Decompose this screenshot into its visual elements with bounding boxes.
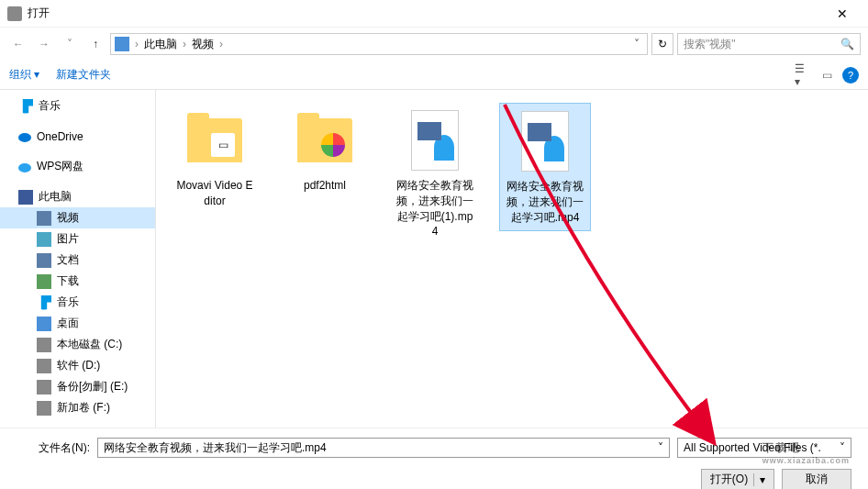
filename-label: 文件名(N): xyxy=(17,440,90,456)
drive-icon xyxy=(37,380,51,395)
breadcrumb[interactable]: › 此电脑 › 视频 › ˅ xyxy=(110,33,648,55)
close-button[interactable]: ✕ xyxy=(824,6,861,21)
refresh-button[interactable]: ↻ xyxy=(651,33,673,55)
breadcrumb-folder[interactable]: 视频 xyxy=(192,37,214,52)
chevron-down-icon: ˅ xyxy=(840,441,845,454)
tree-drive-e[interactable]: 备份[勿删] (E:) xyxy=(0,376,155,397)
nav-forward-icon: → xyxy=(33,33,55,55)
file-item[interactable]: pdf2html xyxy=(279,103,371,199)
folder-icon: ▭ xyxy=(187,118,242,162)
desktop-icon xyxy=(37,317,51,331)
organize-menu[interactable]: 组织 ▾ xyxy=(9,67,39,83)
filename-input[interactable]: 网络安全教育视频，进来我们一起学习吧.mp4˅ xyxy=(97,438,670,458)
tree-desktop[interactable]: 桌面 xyxy=(0,313,155,334)
video-icon xyxy=(37,211,51,226)
chevron-right-icon: › xyxy=(179,38,190,50)
newfolder-button[interactable]: 新建文件夹 xyxy=(56,67,111,83)
chevron-down-icon[interactable]: ˅ xyxy=(658,441,663,454)
preview-pane-icon[interactable]: ▭ xyxy=(818,67,835,83)
tree-drive-d[interactable]: 软件 (D:) xyxy=(0,355,155,376)
location-icon xyxy=(115,37,129,51)
file-label: Movavi Video Editor xyxy=(174,178,255,209)
tree-wps[interactable]: WPS网盘 xyxy=(0,156,155,177)
tree-downloads[interactable]: 下载 xyxy=(0,271,155,292)
file-label: pdf2html xyxy=(284,178,365,194)
chevron-right-icon: › xyxy=(216,38,227,50)
open-button[interactable]: 打开(O)▾ xyxy=(701,469,774,489)
app-icon xyxy=(7,6,22,21)
file-item[interactable]: ▭ Movavi Video Editor xyxy=(169,103,261,215)
tree-thispc[interactable]: 此电脑 xyxy=(0,186,155,207)
folder-icon xyxy=(297,118,352,162)
drive-icon xyxy=(37,338,51,352)
video-file-icon xyxy=(521,111,569,172)
nav-up-icon[interactable]: ↑ xyxy=(84,33,106,55)
cloud-icon xyxy=(18,163,31,172)
download-icon xyxy=(37,274,51,289)
help-icon[interactable]: ? xyxy=(842,67,859,83)
tree-music[interactable]: 音乐 xyxy=(0,95,155,117)
file-list: ▭ Movavi Video Editor pdf2html 网络安全教育视频，… xyxy=(156,90,868,428)
music-icon xyxy=(37,295,51,310)
video-file-icon xyxy=(411,110,459,171)
view-options-icon[interactable]: ☰ ▾ xyxy=(795,67,811,83)
file-label: 网络安全教育视频，进来我们一起学习吧(1).mp4 xyxy=(395,178,475,239)
tree-drive-new[interactable]: 新加卷 (F:) xyxy=(0,397,155,418)
cloud-icon xyxy=(18,133,31,142)
nav-back-icon[interactable]: ← xyxy=(7,33,29,55)
tree-documents[interactable]: 文档 xyxy=(0,250,155,271)
tree-music2[interactable]: 音乐 xyxy=(0,292,155,313)
file-item-selected[interactable]: 网络安全教育视频，进来我们一起学习吧.mp4 xyxy=(499,103,591,231)
file-item[interactable]: 网络安全教育视频，进来我们一起学习吧(1).mp4 xyxy=(389,103,481,245)
chevron-down-icon[interactable]: ˅ xyxy=(630,38,643,50)
drive-icon xyxy=(37,401,51,416)
sidebar: 音乐 OneDrive WPS网盘 此电脑 视频 图片 文档 下载 音乐 桌面 … xyxy=(0,90,156,428)
chevron-right-icon: › xyxy=(131,38,142,50)
open-split-icon[interactable]: ▾ xyxy=(753,473,765,486)
document-icon xyxy=(37,253,51,268)
search-input[interactable]: 搜索"视频" 🔍 xyxy=(677,33,861,55)
drive-icon xyxy=(37,359,51,373)
tree-video[interactable]: 视频 xyxy=(0,207,155,228)
window-title: 打开 xyxy=(28,6,824,21)
filetype-select[interactable]: All Supported Video Files (*.˅ xyxy=(677,438,851,458)
search-placeholder: 搜索"视频" xyxy=(684,37,840,52)
tree-pictures[interactable]: 图片 xyxy=(0,228,155,250)
nav-recent-icon[interactable]: ˅ xyxy=(59,33,81,55)
pc-icon xyxy=(18,190,33,205)
file-label: 网络安全教育视频，进来我们一起学习吧.mp4 xyxy=(506,179,584,225)
picture-icon xyxy=(37,232,51,247)
tree-onedrive[interactable]: OneDrive xyxy=(0,126,155,147)
breadcrumb-root[interactable]: 此电脑 xyxy=(144,37,177,52)
tree-drive-c[interactable]: 本地磁盘 (C:) xyxy=(0,334,155,355)
cancel-button[interactable]: 取消 xyxy=(782,469,851,489)
search-icon: 🔍 xyxy=(840,38,854,50)
music-icon xyxy=(18,99,33,114)
